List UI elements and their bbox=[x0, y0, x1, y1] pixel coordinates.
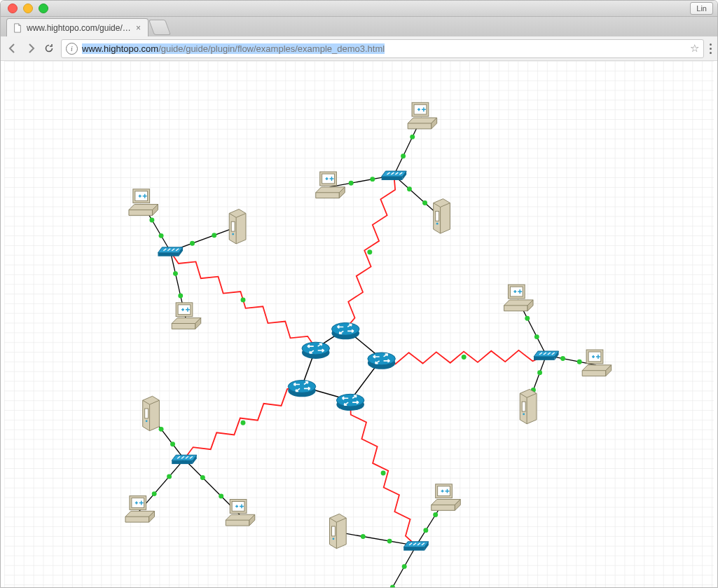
flow-dot bbox=[387, 539, 392, 544]
svg-rect-16 bbox=[331, 526, 335, 536]
router-node[interactable] bbox=[336, 394, 364, 411]
flow-dot bbox=[361, 534, 366, 539]
titlebar: Lin bbox=[1, 1, 717, 17]
back-button[interactable] bbox=[6, 42, 19, 55]
svg-point-19 bbox=[146, 420, 148, 422]
flow-dot bbox=[167, 474, 172, 479]
flow-dot bbox=[149, 217, 154, 222]
flow-dot bbox=[367, 249, 372, 254]
flow-dot bbox=[381, 470, 386, 475]
svg-point-1 bbox=[302, 342, 330, 355]
address-bar[interactable]: i www.hightopo.com/guide/guide/plugin/fl… bbox=[61, 39, 704, 58]
flow-dot bbox=[462, 355, 467, 360]
svg-rect-18 bbox=[145, 409, 149, 418]
flow-dot bbox=[423, 528, 428, 533]
flow-dot bbox=[422, 200, 427, 205]
forward-button[interactable] bbox=[25, 42, 37, 55]
browser-menu-button[interactable] bbox=[710, 43, 712, 54]
grid-background bbox=[4, 61, 714, 587]
flow-dot bbox=[537, 370, 542, 375]
flow-dot bbox=[577, 360, 582, 364]
router-node[interactable] bbox=[331, 323, 359, 340]
page-icon bbox=[13, 23, 22, 33]
flow-dot bbox=[401, 153, 406, 158]
flow-dot bbox=[178, 294, 183, 299]
flow-dot bbox=[433, 512, 438, 517]
minimize-window-button[interactable] bbox=[23, 4, 33, 13]
svg-point-15 bbox=[523, 413, 525, 416]
switch-node[interactable] bbox=[158, 247, 183, 257]
router-node[interactable] bbox=[368, 353, 396, 369]
flow-dot bbox=[407, 186, 412, 191]
switch-node[interactable] bbox=[382, 171, 407, 180]
site-info-icon[interactable]: i bbox=[66, 43, 78, 55]
flow-dot bbox=[170, 442, 175, 446]
server-node[interactable] bbox=[229, 209, 246, 243]
svg-point-7 bbox=[336, 394, 364, 406]
reload-button[interactable] bbox=[43, 42, 55, 55]
svg-point-5 bbox=[368, 353, 396, 365]
window-controls bbox=[1, 4, 48, 13]
flow-dot bbox=[200, 475, 205, 480]
flow-dot bbox=[370, 177, 375, 182]
flow-dot bbox=[349, 181, 354, 186]
svg-point-17 bbox=[333, 538, 335, 540]
topology-canvas[interactable] bbox=[1, 61, 717, 587]
toolbar: i www.hightopo.com/guide/guide/plugin/fl… bbox=[1, 36, 717, 61]
flow-dot bbox=[241, 297, 246, 302]
flow-dot bbox=[159, 427, 164, 432]
server-node[interactable] bbox=[434, 199, 450, 233]
svg-rect-10 bbox=[231, 221, 235, 231]
flow-dot bbox=[560, 356, 565, 361]
flow-dot bbox=[525, 316, 530, 321]
zoom-window-button[interactable] bbox=[39, 4, 48, 13]
new-tab-button[interactable] bbox=[149, 20, 171, 35]
tab-close-icon[interactable]: × bbox=[136, 23, 141, 33]
router-node[interactable] bbox=[302, 342, 330, 359]
flow-dot bbox=[152, 491, 157, 496]
router-node[interactable] bbox=[288, 381, 316, 397]
flow-dot bbox=[159, 233, 164, 238]
server-node[interactable] bbox=[143, 396, 160, 430]
flow-dot bbox=[534, 334, 539, 339]
svg-rect-12 bbox=[436, 211, 439, 221]
url-display: www.hightopo.com/guide/guide/plugin/flow… bbox=[82, 43, 686, 54]
tab-title: www.hightopo.com/guide/guid bbox=[27, 23, 132, 33]
flow-dot bbox=[241, 421, 246, 425]
server-node[interactable] bbox=[520, 389, 537, 423]
tab-active[interactable]: www.hightopo.com/guide/guid × bbox=[6, 18, 149, 36]
bookmark-star-icon[interactable]: ☆ bbox=[690, 42, 699, 55]
flow-dot bbox=[190, 241, 195, 246]
switch-node[interactable] bbox=[534, 351, 559, 360]
browser-window: Lin www.hightopo.com/guide/guid × i www.… bbox=[0, 0, 718, 588]
svg-point-9 bbox=[288, 381, 316, 393]
tab-strip: www.hightopo.com/guide/guid × bbox=[1, 17, 717, 36]
svg-point-3 bbox=[331, 323, 359, 336]
flow-dot bbox=[173, 271, 178, 276]
page-viewport[interactable] bbox=[1, 61, 717, 587]
svg-rect-14 bbox=[522, 402, 525, 411]
close-window-button[interactable] bbox=[8, 4, 18, 13]
flow-dot bbox=[212, 233, 216, 238]
svg-point-13 bbox=[436, 223, 439, 225]
switch-node[interactable] bbox=[403, 542, 429, 551]
flow-dot bbox=[402, 564, 407, 569]
switch-node[interactable] bbox=[172, 455, 197, 464]
profile-chip[interactable]: Lin bbox=[690, 2, 713, 15]
flow-dot bbox=[410, 135, 415, 139]
flow-dot bbox=[219, 493, 223, 498]
svg-point-11 bbox=[232, 233, 234, 235]
server-node[interactable] bbox=[330, 514, 347, 548]
